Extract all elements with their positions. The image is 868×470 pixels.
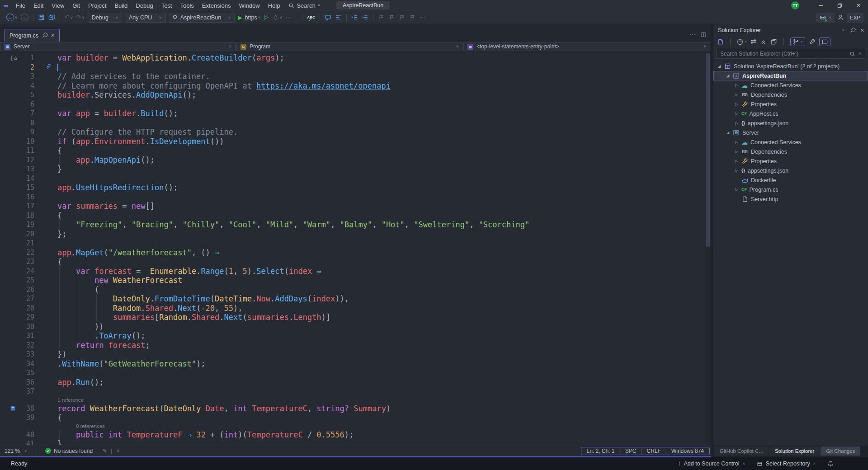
editor-overflow-button[interactable]: ⋯ xyxy=(418,13,427,23)
issues-indicator[interactable]: ✓ No issues found xyxy=(39,448,99,454)
tree-item-appsettings-json[interactable]: ▷{}appsettings.json xyxy=(713,118,868,128)
expander-collapsed-icon[interactable]: ▷ xyxy=(734,121,739,125)
code-line-39[interactable]: 39{ xyxy=(0,413,711,423)
code-line-20[interactable]: 20}; xyxy=(0,230,711,239)
solution-search-input[interactable] xyxy=(720,51,846,57)
menu-debug[interactable]: Debug xyxy=(132,0,157,11)
menu-file[interactable]: File xyxy=(12,0,29,11)
tool-tab-git-changes[interactable]: Git Changes xyxy=(821,446,860,456)
code-line-12[interactable]: 12 app.MapOpenApi(); xyxy=(0,155,711,165)
startup-projects-dropdown[interactable]: ⚙AspireReactBun˅ xyxy=(169,13,235,23)
code-editor[interactable]: {1var builder = WebApplication.CreateBui… xyxy=(0,52,711,445)
pin-icon[interactable] xyxy=(850,28,855,33)
spell-check-button[interactable]: ABC✓ xyxy=(305,13,316,23)
properties-button[interactable] xyxy=(809,38,816,45)
menu-build[interactable]: Build xyxy=(110,0,132,11)
save-all-button[interactable] xyxy=(47,13,57,23)
code-line-31[interactable]: 31 .ToArray(); xyxy=(0,331,711,341)
undo-button[interactable]: ↶˅ xyxy=(63,13,75,23)
chevron-down-icon[interactable]: ˅ xyxy=(842,28,844,33)
previous-bookmark-button[interactable] xyxy=(387,13,397,23)
restore-button[interactable] xyxy=(830,0,849,11)
redo-button[interactable]: ↷˅ xyxy=(75,13,86,23)
tree-item-server-http[interactable]: Server.http xyxy=(713,194,868,204)
code-line-36[interactable]: 36app.Run(); xyxy=(0,378,711,387)
code-line-27[interactable]: 27 DateOnly.FromDateTime(DateTime.Now.Ad… xyxy=(0,294,711,304)
tab-program-cs[interactable]: Program.cs ✕ xyxy=(5,29,60,42)
code-line-19[interactable]: 19 "Freezing", "Bracing", "Chilly", "Coo… xyxy=(0,220,711,230)
code-line-22[interactable]: 22app.MapGet("/weatherforecast", () ⇒ xyxy=(0,248,711,258)
pen-icon[interactable]: ✎ xyxy=(103,448,107,454)
tree-item-connected-services[interactable]: ▷☁Connected Services xyxy=(713,137,868,147)
add-to-source-control-button[interactable]: ↑ Add to Source Control ˄ xyxy=(678,461,745,467)
clear-bookmarks-button[interactable] xyxy=(407,13,418,23)
search-menu[interactable]: Search ˅ xyxy=(284,0,324,11)
sync-with-active-document-button[interactable]: ⇄ xyxy=(750,38,756,45)
expander-collapsed-icon[interactable]: ▷ xyxy=(734,188,739,192)
code-line-11[interactable]: 11{ xyxy=(0,146,711,155)
code-line-4[interactable]: 4// Learn more about configuring OpenAPI… xyxy=(0,81,711,91)
tree-item-server[interactable]: ◢Server xyxy=(713,128,868,137)
menu-view[interactable]: View xyxy=(47,0,68,11)
code-line-40[interactable]: 40 public int TemperatureF ⇒ 32 + (int)(… xyxy=(0,430,711,440)
send-feedback-icon[interactable] xyxy=(837,14,844,21)
solution-platforms-dropdown[interactable]: Any CPU˅ xyxy=(125,13,166,23)
file-encoding[interactable]: Windows 874 xyxy=(671,448,704,454)
expander-expanded-icon[interactable]: ◢ xyxy=(726,74,730,78)
user-avatar[interactable]: TT xyxy=(791,1,799,9)
code-line-26[interactable]: 26 ( xyxy=(0,285,711,295)
preview-selected-items-button[interactable] xyxy=(819,38,830,46)
solution-search-box[interactable]: ˅ xyxy=(716,49,865,59)
tree-item-program-cs[interactable]: ▷C#Program.cs xyxy=(713,185,868,194)
menu-git[interactable]: Git xyxy=(68,0,84,11)
navbar-project-dropdown[interactable]: ⊞ Server ˅ xyxy=(0,42,236,51)
code-line-30[interactable]: 30 )) xyxy=(0,322,711,332)
tree-item-aspirereactbun[interactable]: ◢AspireReactBun xyxy=(713,71,868,80)
menu-project[interactable]: Project xyxy=(84,0,110,11)
code-line-6[interactable]: 6 xyxy=(0,100,711,109)
toolbar-overflow-button[interactable]: ⋯ xyxy=(284,13,293,23)
menu-tools[interactable]: Tools xyxy=(176,0,198,11)
select-repository-button[interactable]: Select Repository ˄ xyxy=(757,461,816,467)
collapse-all-button[interactable] xyxy=(760,38,767,45)
collapse-bar-icon[interactable]: ˄ xyxy=(117,448,119,453)
zoom-control[interactable]: 121 % ˅ xyxy=(0,445,39,456)
tab-overflow-icon[interactable]: ⋯ xyxy=(689,30,696,39)
start-debugging-button[interactable]: ▶https˅ xyxy=(236,13,262,23)
code-line-25[interactable]: 25 new WeatherForecast xyxy=(0,276,711,285)
hot-reload-button[interactable]: ˅ xyxy=(270,13,284,23)
expander-collapsed-icon[interactable]: ▷ xyxy=(734,83,739,87)
expander-collapsed-icon[interactable]: ▷ xyxy=(734,102,739,106)
pin-icon[interactable] xyxy=(42,33,47,38)
tree-item-solution-aspirereactbun-2-of-2-projects-[interactable]: ◢Solution 'AspireReactBun' (2 of 2 proje… xyxy=(713,61,868,71)
close-button[interactable]: ✕ xyxy=(849,0,868,11)
codelens-references[interactable]: 0 references xyxy=(76,423,105,429)
expander-collapsed-icon[interactable]: ▷ xyxy=(734,140,739,144)
tree-item-properties[interactable]: ▷Properties xyxy=(713,99,868,109)
tree-item-properties[interactable]: ▷Properties xyxy=(713,156,868,166)
copilot-badge[interactable]: ˅ xyxy=(816,13,835,23)
indentation-mode[interactable]: SPC xyxy=(625,448,637,454)
code-line-32[interactable]: 32 return forecast; xyxy=(0,341,711,350)
editor-scrollbar[interactable] xyxy=(705,52,711,445)
switch-views-button[interactable] xyxy=(717,38,724,45)
tree-item-dependencies[interactable]: ▷Dependencies xyxy=(713,90,868,99)
menu-edit[interactable]: Edit xyxy=(29,0,47,11)
code-line-8[interactable]: 8 xyxy=(0,118,711,128)
code-line-34[interactable]: 34.WithName("GetWeatherForecast"); xyxy=(0,359,711,369)
code-line-29[interactable]: 29 summaries[Random.Shared.Next(summarie… xyxy=(0,313,711,322)
code-line-41[interactable]: 41} xyxy=(0,439,711,445)
view-selector-button[interactable]: ˅ xyxy=(790,38,805,46)
code-line-38[interactable]: 38record WeatherForecast(DateOnly Date, … xyxy=(0,404,711,414)
scrollbar-thumb[interactable] xyxy=(706,53,710,247)
close-tab-icon[interactable]: ✕ xyxy=(51,33,55,38)
navigate-backward-button[interactable]: ←˅ xyxy=(5,13,19,23)
code-line-15[interactable]: 15app.UseHttpsRedirection(); xyxy=(0,183,711,193)
code-line-10[interactable]: 10if (app.Environment.IsDevelopment()) xyxy=(0,137,711,146)
format-document-button[interactable] xyxy=(333,13,344,23)
close-panel-icon[interactable]: ✕ xyxy=(860,28,864,33)
code-line-37[interactable]: 37 xyxy=(0,387,711,396)
menu-extensions[interactable]: Extensions xyxy=(198,0,235,11)
menu-window[interactable]: Window xyxy=(235,0,264,11)
codelens-row[interactable]: 1 reference xyxy=(0,396,711,404)
